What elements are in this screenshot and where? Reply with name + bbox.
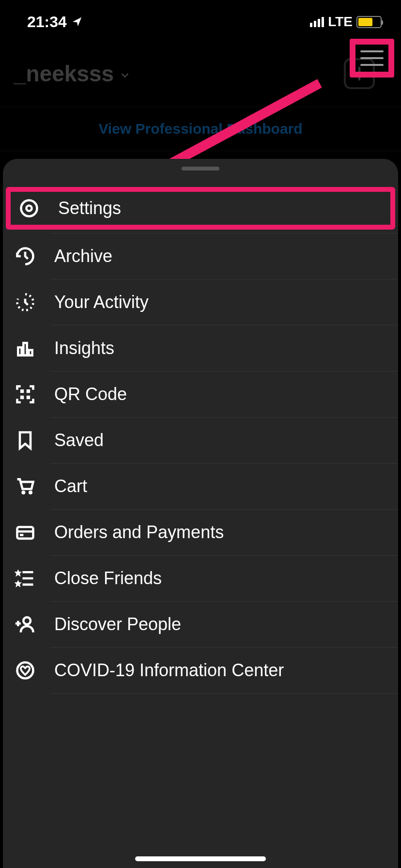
svg-point-11 [29,491,32,494]
menu-item-closefriends[interactable]: Close Friends [3,556,398,601]
svg-point-2 [27,206,32,211]
bookmark-icon [15,430,36,451]
svg-rect-5 [29,350,32,356]
archive-icon [15,246,36,267]
menu-item-orders[interactable]: Orders and Payments [3,510,398,555]
svg-rect-8 [21,396,24,399]
card-icon [15,522,36,543]
status-time: 21:34 [27,13,67,31]
location-icon [72,16,82,27]
svg-point-1 [21,201,37,217]
menu-item-archive[interactable]: Archive [3,233,398,279]
menu-label-covid: COVID-19 Information Center [54,660,284,681]
menu-item-discover[interactable]: Discover People [3,602,398,647]
svg-rect-3 [18,347,21,356]
svg-rect-6 [21,390,24,393]
svg-point-10 [22,491,25,494]
menu-item-settings[interactable]: Settings [11,192,390,225]
menu-label-saved: Saved [54,430,104,450]
sheet-grabber[interactable] [182,167,219,170]
menu-label-activity: Your Activity [54,292,149,312]
menu-label-settings: Settings [58,198,121,218]
insights-icon [15,338,36,359]
menu-item-insights[interactable]: Insights [3,326,398,371]
gear-icon [18,198,40,219]
menu-item-cart[interactable]: Cart [3,464,398,509]
menu-label-insights: Insights [54,338,114,358]
network-type: LTE [328,14,353,30]
menu-label-orders: Orders and Payments [54,522,224,542]
svg-rect-4 [23,343,27,356]
menu-label-qrcode: QR Code [54,384,127,404]
home-indicator[interactable] [135,856,266,861]
list-star-icon [15,568,36,589]
add-person-icon [15,614,36,635]
menu-sheet: Settings Archive Your Activity Insights … [3,159,398,868]
svg-point-13 [23,617,31,624]
signal-icon [310,17,324,27]
activity-icon [15,292,36,313]
settings-highlight: Settings [6,187,395,230]
qrcode-icon [15,384,36,405]
status-bar: 21:34 LTE [0,0,401,44]
svg-rect-9 [27,396,30,399]
menu-item-covid[interactable]: COVID-19 Information Center [3,648,398,693]
heart-circle-icon [15,660,36,681]
menu-label-archive: Archive [54,246,112,266]
menu-label-discover: Discover People [54,614,181,635]
menu-item-activity[interactable]: Your Activity [3,279,398,325]
username-label[interactable]: _neeksss [14,61,114,87]
battery-icon [356,16,382,28]
svg-rect-7 [27,390,30,393]
menu-button-highlight [350,39,394,78]
menu-item-qrcode[interactable]: QR Code [3,372,398,417]
chevron-down-icon [120,70,130,80]
menu-item-saved[interactable]: Saved [3,418,398,463]
menu-label-cart: Cart [54,476,87,496]
cart-icon [15,476,36,497]
svg-rect-12 [17,527,33,539]
menu-button[interactable] [355,45,388,72]
menu-label-closefriends: Close Friends [54,568,162,589]
